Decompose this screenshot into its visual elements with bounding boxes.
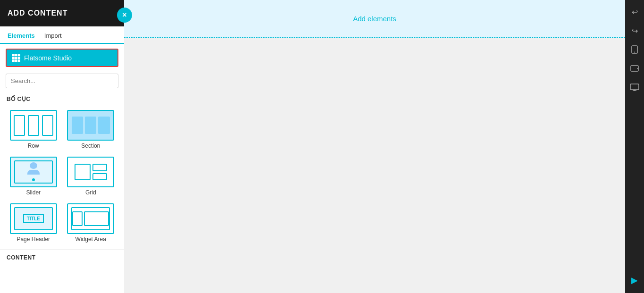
slider-body (27, 170, 40, 175)
section-col-1 (72, 117, 83, 134)
section-label-text: Section (81, 142, 100, 149)
canvas-content (124, 38, 625, 293)
widget-col-wide (84, 211, 109, 226)
row-col-2 (28, 115, 39, 136)
grid-icon-inner (73, 162, 109, 182)
section-col-3 (98, 117, 109, 134)
widget-area-label: Widget Area (75, 236, 106, 243)
row-icon (10, 110, 57, 141)
slider-icon-inner (14, 160, 53, 184)
search-container (0, 71, 124, 92)
layout-section-label: BỐ CỤC (0, 92, 124, 105)
element-row[interactable]: Row (6, 107, 61, 152)
section-icon (67, 110, 114, 141)
tablet-icon (630, 65, 639, 72)
close-button[interactable]: × (117, 8, 132, 23)
tabs-row: Elements Import (0, 28, 124, 44)
element-widget-area[interactable]: Widget Area (63, 201, 119, 245)
panel-title: ADD CONTENT (8, 9, 67, 17)
svg-point-3 (637, 68, 638, 69)
element-grid[interactable]: Grid (63, 154, 119, 199)
slider-icon (10, 157, 57, 187)
content-section-label: CONTENT (0, 249, 124, 263)
widget-icon-inner (71, 207, 110, 230)
desktop-view-button[interactable] (627, 79, 643, 95)
desktop-icon (630, 84, 639, 91)
row-label: Row (28, 142, 39, 149)
svg-point-1 (634, 52, 635, 53)
widget-area-icon (67, 203, 114, 234)
right-toolbar: ↩ ↪ ▶ (625, 0, 644, 293)
add-elements-bar[interactable]: Add elements (124, 0, 625, 38)
element-section[interactable]: Section (63, 107, 119, 152)
widget-col-1 (72, 211, 83, 226)
add-elements-text: Add elements (353, 15, 396, 23)
mobile-view-button[interactable] (627, 42, 643, 58)
row-col-1 (14, 115, 25, 136)
grid-cell-right (92, 164, 107, 180)
slider-dot (32, 178, 35, 181)
tablet-view-button[interactable] (627, 60, 643, 76)
panel-header: ADD CONTENT (0, 0, 124, 26)
search-input[interactable] (6, 74, 118, 88)
section-icon-inner (70, 113, 111, 138)
element-slider[interactable]: Slider (6, 154, 61, 199)
svg-rect-4 (630, 84, 639, 90)
flatsome-studio-button[interactable]: Flatsome Studio (6, 49, 118, 67)
slider-label: Slider (26, 189, 41, 196)
page-header-title-text: TITLE (23, 214, 44, 223)
row-icon-inner (12, 113, 55, 138)
grid-cell-1 (75, 164, 91, 180)
redo-button[interactable]: ↪ (627, 23, 643, 39)
grid-icon-box (67, 157, 114, 187)
grid-cell-2 (92, 164, 107, 171)
grid-cell-3 (92, 173, 107, 180)
mobile-icon (631, 45, 638, 54)
grid-icon (12, 54, 20, 62)
flatsome-studio-label: Flatsome Studio (24, 54, 72, 62)
grid-label: Grid (85, 189, 96, 196)
tab-elements[interactable]: Elements (8, 28, 41, 44)
tab-import[interactable]: Import (44, 28, 67, 44)
page-header-label: Page Header (17, 236, 50, 243)
left-panel: ADD CONTENT Elements Import Flatsome Stu… (0, 0, 124, 293)
element-page-header[interactable]: TITLE Page Header (6, 201, 61, 245)
play-button[interactable]: ▶ (627, 272, 643, 288)
slider-person (27, 162, 40, 175)
close-icon: × (122, 11, 126, 19)
page-header-icon-inner: TITLE (14, 207, 53, 230)
elements-grid: Row Section (0, 105, 124, 247)
slider-head (30, 162, 37, 169)
section-col-2 (85, 117, 96, 134)
row-col-3 (42, 115, 53, 136)
main-canvas: Add elements (124, 0, 625, 293)
undo-button[interactable]: ↩ (627, 4, 643, 20)
page-header-icon: TITLE (10, 203, 57, 234)
